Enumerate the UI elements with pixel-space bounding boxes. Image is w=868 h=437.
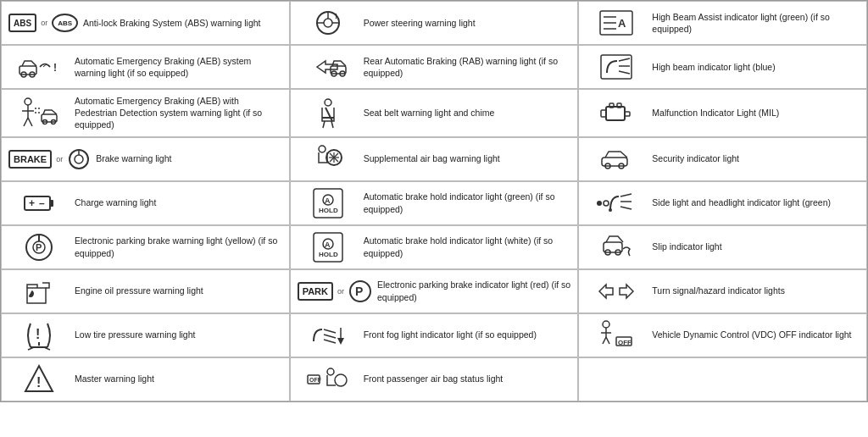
icon-aeb: !: [8, 53, 70, 81]
cell-empty: [578, 357, 867, 401]
icon-epb-yellow: P: [8, 232, 70, 263]
cell-oil: Engine oil pressure warning light: [1, 269, 290, 313]
svg-line-37: [331, 121, 333, 128]
cell-power-steering: ! Power steering warning light: [290, 1, 579, 45]
cell-seatbelt: Seat belt warning light and chime: [290, 89, 579, 137]
icon-abs: ABS or ABS: [8, 14, 78, 32]
svg-point-102: [327, 368, 334, 375]
svg-text:A: A: [325, 241, 331, 249]
cell-rab: Rear Automatic Braking (RAB) warning lig…: [290, 45, 579, 89]
svg-point-23: [25, 98, 31, 105]
icon-vdc: OFF: [586, 320, 647, 351]
icon-brake: BRAKE or: [8, 148, 91, 170]
cell-high-beam-assist: A High Beam Assist indicator light (gree…: [578, 1, 867, 45]
svg-point-46: [319, 146, 326, 152]
icon-seatbelt: [298, 97, 359, 128]
svg-text:+: +: [29, 197, 35, 209]
svg-point-44: [75, 155, 83, 163]
cell-epb-yellow: P Electronic parking brake warning light…: [1, 225, 290, 269]
cell-vdc: OFF Vehicle Dynamic Control (VDC) OFF in…: [578, 313, 867, 357]
icon-oil: [8, 276, 70, 307]
icon-charge: + –: [8, 192, 70, 214]
svg-line-20: [619, 58, 630, 61]
cell-passenger-airbag: OFF Front passenger air bag status light: [290, 357, 579, 401]
icon-rab: [298, 53, 359, 81]
svg-line-88: [324, 340, 336, 343]
cell-aeb: ! Automatic Emergency Braking (AEB) syst…: [1, 45, 290, 89]
icon-abh-green: A HOLD: [298, 187, 359, 219]
icon-airbag: [298, 144, 359, 174]
cell-park-row: PARK or P Electronic parking brake indic…: [290, 269, 579, 313]
cell-abh-green: A HOLD Automatic brake hold indicator li…: [290, 181, 579, 225]
svg-text:–: –: [39, 197, 45, 209]
svg-point-33: [325, 99, 331, 106]
svg-text:HOLD: HOLD: [319, 207, 338, 214]
svg-rect-40: [617, 103, 621, 108]
svg-rect-56: [50, 200, 53, 207]
svg-line-86: [324, 329, 336, 333]
svg-text:OFF: OFF: [618, 339, 632, 346]
cell-abs: ABS or ABS Anti-lock Braking System (ABS…: [1, 1, 290, 45]
cell-abh-white: A HOLD Automatic brake hold indicator li…: [290, 225, 579, 269]
svg-line-87: [324, 335, 336, 338]
svg-text:!: !: [53, 62, 57, 74]
svg-marker-90: [337, 338, 344, 345]
icon-mil: [586, 98, 647, 127]
icon-power-steering: !: [298, 8, 359, 37]
svg-line-22: [619, 71, 630, 74]
svg-rect-38: [606, 107, 625, 120]
svg-point-91: [603, 321, 609, 328]
icon-security: [586, 147, 647, 171]
svg-text:OFF: OFF: [309, 377, 322, 383]
svg-point-1: [324, 19, 332, 27]
svg-point-65: [609, 208, 612, 212]
icon-side-headlight: [586, 191, 647, 215]
svg-text:!: !: [36, 375, 41, 390]
cell-tire-pressure: ! Low tire pressure warning light: [1, 313, 290, 357]
svg-text:P: P: [355, 285, 363, 298]
warning-lights-grid: ABS or ABS Anti-lock Braking System (ABS…: [0, 0, 868, 402]
cell-brake: BRAKE or Brake warning light: [1, 137, 290, 181]
svg-line-26: [24, 118, 28, 126]
icon-turn-signal: [586, 280, 647, 302]
cell-security: Security indicator light: [578, 137, 867, 181]
svg-text:A: A: [325, 196, 331, 205]
icon-slip: [586, 232, 647, 263]
icon-high-beam-assist: A: [586, 10, 647, 36]
icon-master-warning: !: [8, 364, 70, 395]
svg-text:HOLD: HOLD: [319, 251, 338, 258]
cell-master-warning: ! Master warning light: [1, 357, 290, 401]
svg-line-95: [606, 337, 609, 344]
cell-slip: Slip indicator light: [578, 225, 867, 269]
svg-line-27: [28, 118, 32, 126]
svg-text:!: !: [36, 327, 40, 341]
icon-passenger-airbag: OFF: [298, 367, 359, 392]
svg-line-68: [620, 207, 632, 209]
svg-point-63: [597, 201, 602, 206]
svg-point-64: [604, 201, 609, 206]
cell-fog-light: Front fog light indicator light (if so e…: [290, 313, 579, 357]
svg-line-94: [603, 337, 606, 344]
svg-marker-83: [620, 285, 633, 298]
icon-high-beam-blue: [586, 54, 647, 80]
cell-airbag: Supplemental air bag warning light: [290, 137, 579, 181]
svg-text:!: !: [335, 12, 337, 20]
cell-charge: + – Charge warning light: [1, 181, 290, 225]
cell-side-headlight: Side light and headlight indicator light…: [578, 181, 867, 225]
icon-fog-light: [298, 323, 359, 348]
icon-abh-white: A HOLD: [298, 231, 359, 263]
svg-line-66: [620, 194, 632, 196]
svg-text:P: P: [36, 242, 42, 252]
svg-text:A: A: [618, 17, 626, 30]
svg-marker-82: [599, 285, 613, 298]
svg-rect-39: [609, 103, 614, 108]
svg-line-36: [323, 121, 325, 128]
cell-aeb-ped: Automatic Emergency Braking (AEB) with P…: [1, 89, 290, 137]
svg-line-34: [326, 108, 332, 121]
svg-point-103: [335, 374, 347, 386]
cell-high-beam-blue: High beam indicator light (blue): [578, 45, 867, 89]
icon-tire-pressure: !: [8, 320, 70, 351]
cell-mil: Malfunction Indicator Light (MIL): [578, 89, 867, 137]
icon-aeb-ped: [8, 96, 70, 130]
icon-park-row: PARK or P: [298, 279, 372, 303]
